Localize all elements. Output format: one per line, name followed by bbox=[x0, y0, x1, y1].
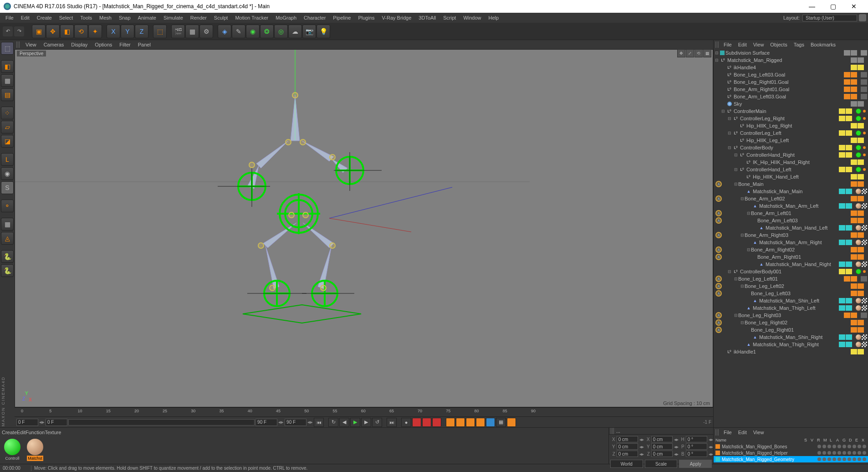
menu-edit[interactable]: Edit bbox=[17, 14, 33, 22]
last-tool[interactable]: ✦ bbox=[88, 25, 102, 38]
planar-workplane-button[interactable]: ◬ bbox=[1, 232, 14, 245]
menu-help[interactable]: Help bbox=[485, 14, 503, 22]
om-menu-view[interactable]: View bbox=[751, 41, 767, 48]
tree-row[interactable]: ▲Matchstick_Man_Shin_Left bbox=[714, 297, 868, 304]
material-item[interactable]: Matchst bbox=[25, 439, 46, 462]
axis-x-button[interactable]: X bbox=[107, 25, 120, 38]
tree-row[interactable]: L⁰Bone_Leg_Left03.Goal bbox=[714, 71, 868, 78]
tree-row[interactable]: L⁰Bone_Arm_Left03.Goal bbox=[714, 93, 868, 100]
menu-tools[interactable]: Tools bbox=[77, 14, 96, 22]
tree-row[interactable]: L⁰IK_Hip_HIIK_Hand_Right bbox=[714, 159, 868, 166]
layers-menu-file[interactable]: File bbox=[721, 429, 735, 436]
axis-mode-button[interactable]: L bbox=[1, 153, 14, 166]
close-button[interactable]: ✕ bbox=[843, 0, 864, 13]
key-frame-button[interactable] bbox=[507, 418, 516, 427]
coord-z-field[interactable]: 0 cm bbox=[617, 451, 638, 457]
om-menu-file[interactable]: File bbox=[721, 41, 735, 48]
key-r-button[interactable] bbox=[466, 418, 475, 427]
magnet-button[interactable]: ⚬ bbox=[1, 200, 14, 212]
menu-create[interactable]: Create bbox=[33, 14, 56, 22]
render-region-button[interactable]: ▦ bbox=[185, 25, 199, 38]
menu-render[interactable]: Render bbox=[187, 14, 210, 22]
timeline-end2-field[interactable]: 90 F bbox=[285, 419, 306, 426]
om-menu-objects[interactable]: Objects bbox=[767, 41, 790, 48]
viewport[interactable]: Perspective bbox=[15, 49, 713, 407]
coord-system-button[interactable]: ⬚ bbox=[153, 25, 167, 38]
layout-dropdown[interactable]: Startup (User) bbox=[802, 15, 857, 21]
om-menu-bookmarks[interactable]: Bookmarks bbox=[808, 41, 838, 48]
menu-motion-tracker[interactable]: Motion Tracker bbox=[231, 14, 272, 22]
maximize-button[interactable]: ▢ bbox=[822, 0, 843, 13]
menu-v-ray-bridge[interactable]: V-Ray Bridge bbox=[378, 14, 415, 22]
key-pos-button[interactable] bbox=[422, 418, 431, 427]
tree-row[interactable]: ▲Matchstick_Man_Hand_Right bbox=[714, 261, 868, 268]
mat-menu-edit[interactable]: Edit bbox=[17, 430, 26, 435]
edges-mode-button[interactable]: ▱ bbox=[1, 121, 14, 133]
add-light-button[interactable]: 💡 bbox=[317, 25, 330, 38]
tree-row[interactable]: L⁰ikHandle1 bbox=[714, 348, 868, 355]
menu-file[interactable]: File bbox=[2, 14, 17, 22]
tree-row[interactable]: ⊟Subdivision Surface bbox=[714, 49, 868, 56]
autokey-button[interactable] bbox=[412, 418, 421, 427]
snap-button[interactable]: S bbox=[1, 181, 14, 194]
menu-window[interactable]: Window bbox=[460, 14, 485, 22]
mat-menu-function[interactable]: Function bbox=[26, 430, 45, 435]
menu-script[interactable]: Script bbox=[439, 14, 460, 22]
scale-tool[interactable]: ◧ bbox=[60, 25, 74, 38]
vp-menu-panel[interactable]: Panel bbox=[134, 41, 154, 48]
polys-mode-button[interactable]: ◪ bbox=[1, 135, 14, 148]
locked-workplane-button[interactable]: ▦ bbox=[1, 218, 14, 231]
vp-layout-icon[interactable]: ▦ bbox=[703, 49, 711, 57]
timeline-start2-field[interactable]: 0 F bbox=[46, 419, 67, 426]
add-nurbs-button[interactable]: ◉ bbox=[246, 25, 260, 38]
vp-menu-view[interactable]: View bbox=[22, 41, 40, 48]
tree-row[interactable]: ⊟L⁰ControllerBody bbox=[714, 144, 868, 151]
mat-menu-create[interactable]: Create bbox=[2, 430, 17, 435]
goto-end-button[interactable]: ⏭ bbox=[387, 418, 397, 427]
model-mode-button[interactable]: ◧ bbox=[1, 60, 14, 73]
tree-row[interactable]: L⁰Bone_Leg_Right01.Goal bbox=[714, 78, 868, 86]
tree-row[interactable]: Sky bbox=[714, 100, 868, 108]
tree-row[interactable]: ⊟⋏Bone_Leg_Left01 bbox=[714, 275, 868, 282]
layer-row[interactable]: Matchstick_Man_Rigged_Geometry bbox=[714, 456, 868, 462]
key-p-button[interactable] bbox=[446, 418, 455, 427]
menu-character[interactable]: Character bbox=[300, 14, 329, 22]
tree-row[interactable]: ⊟⋏Bone_Leg_Left02 bbox=[714, 282, 868, 290]
timeline-slider[interactable] bbox=[68, 419, 255, 426]
add-cube-button[interactable]: ◈ bbox=[218, 25, 231, 38]
render-settings-button[interactable]: ⚙ bbox=[199, 25, 213, 38]
tree-row[interactable]: ⊟L⁰Matchstick_Man_Rigged bbox=[714, 56, 868, 64]
menu-mesh[interactable]: Mesh bbox=[96, 14, 115, 22]
play-button[interactable]: ▶ bbox=[350, 418, 360, 427]
vp-menu-cameras[interactable]: Cameras bbox=[40, 41, 68, 48]
menu-snap[interactable]: Snap bbox=[115, 14, 134, 22]
tree-row[interactable]: ⋏Bone_Arm_Right01 bbox=[714, 253, 868, 261]
tree-row[interactable]: ▲Matchstick_Man_Arm_Right bbox=[714, 239, 868, 246]
rot-p-field[interactable]: 0 ° bbox=[686, 443, 707, 450]
script-button-1[interactable]: 🐍 bbox=[1, 250, 14, 263]
menu-3dtoall[interactable]: 3DToAll bbox=[415, 14, 439, 22]
tree-row[interactable]: ⊟L⁰ControllerHand_Left bbox=[714, 166, 868, 173]
redo-button[interactable]: ↷ bbox=[14, 26, 24, 36]
add-camera-button[interactable]: 📷 bbox=[302, 25, 316, 38]
tree-row[interactable]: ▲Matchstick_Man_Hand_Left bbox=[714, 224, 868, 231]
undo-button[interactable]: ↶ bbox=[3, 26, 13, 36]
menu-plugins[interactable]: Plugins bbox=[354, 14, 378, 22]
layer-row[interactable]: Matchstick_Man_Rigged_Helper bbox=[714, 450, 868, 456]
add-spline-button[interactable]: ✎ bbox=[232, 25, 245, 38]
vp-menu-display[interactable]: Display bbox=[67, 41, 91, 48]
tree-row[interactable]: ⊟⋏Bone_Main bbox=[714, 180, 868, 188]
tree-row[interactable]: ▲Matchstick_Man_Thigh_Left bbox=[714, 304, 868, 312]
timeline-start-field[interactable]: 0 F bbox=[16, 419, 38, 426]
rotate-tool[interactable]: ⟲ bbox=[74, 25, 88, 38]
key-grid-button[interactable]: ▦ bbox=[496, 418, 506, 427]
size-x-field[interactable]: 0 cm bbox=[651, 436, 673, 442]
menu-select[interactable]: Select bbox=[56, 14, 77, 22]
layers-menu-edit[interactable]: Edit bbox=[735, 429, 750, 436]
axis-y-button[interactable]: Y bbox=[121, 25, 134, 38]
tree-row[interactable]: ⊟⋏Bone_Arm_Left02 bbox=[714, 195, 868, 202]
coord-y-field[interactable]: 0 cm bbox=[617, 443, 638, 450]
points-mode-button[interactable]: ⁘ bbox=[1, 107, 14, 119]
tree-row[interactable]: ⊟⋏Bone_Leg_Right02 bbox=[714, 319, 868, 326]
axis-z-button[interactable]: Z bbox=[135, 25, 148, 38]
